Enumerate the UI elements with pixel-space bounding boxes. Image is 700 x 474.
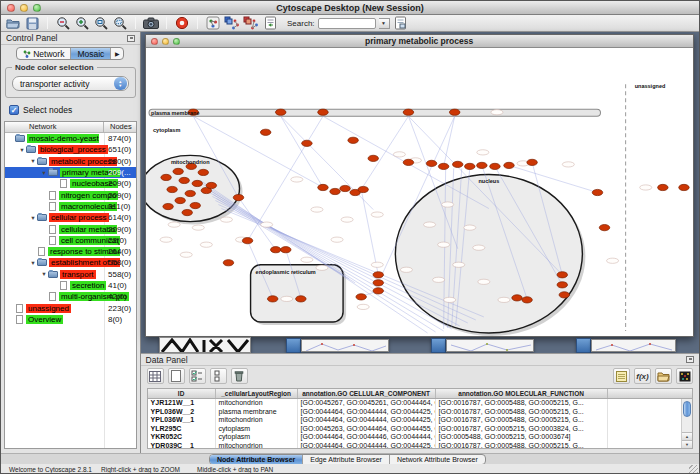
close-window-button[interactable] <box>7 4 15 12</box>
tree-row[interactable]: ▼primary metabo209(... <box>5 167 136 178</box>
background-window-fragment[interactable] <box>446 339 534 352</box>
protein-node <box>368 155 378 161</box>
table-row[interactable]: YKR052Ccytoplasm[GO:0044464, GO:0044446,… <box>148 433 692 442</box>
function-builder-icon[interactable]: f(x) <box>634 368 651 384</box>
node-label-bubble <box>357 304 369 309</box>
resize-grip[interactable] <box>689 465 698 474</box>
tree-row[interactable]: nitrogen compo209(0) <box>5 189 136 200</box>
annotation-icon[interactable] <box>262 16 278 31</box>
tree-row[interactable]: macromolecule311(0) <box>5 201 136 212</box>
save-icon[interactable] <box>24 16 40 31</box>
tree-row[interactable]: response to stimulu264(0) <box>5 246 136 257</box>
float-data-panel-icon[interactable] <box>686 356 694 363</box>
tree-row[interactable]: multi-organism pro42(0) <box>5 291 136 302</box>
attribute-matrix-icon[interactable] <box>676 368 693 384</box>
tree-row[interactable]: secretion41(0) <box>5 280 136 291</box>
tab-node-attribute-browser[interactable]: Node Attribute Browser <box>210 455 303 464</box>
zoom-out-icon[interactable] <box>55 16 71 31</box>
import-attributes-icon[interactable] <box>655 368 672 384</box>
delete-attribute-icon[interactable] <box>231 368 248 384</box>
tab-network[interactable]: Network <box>17 48 71 59</box>
tree-row[interactable]: ▼biological_process651(0) <box>5 144 136 155</box>
zoom-network-button[interactable] <box>173 38 180 45</box>
layout-nodes-icon[interactable] <box>224 16 240 31</box>
tree-row-node-count: 614(0) <box>108 213 131 222</box>
protein-node <box>275 109 285 115</box>
zoom-in-icon[interactable] <box>74 16 90 31</box>
tree-row-node-count: 651(0) <box>108 145 131 154</box>
table-row[interactable]: YLR295Ccytoplasm[GO:0045263, GO:0044464,… <box>148 425 692 434</box>
scroll-up-icon[interactable]: ▲ <box>682 432 692 440</box>
window-titlebar[interactable]: Cytoscape Desktop (New Session) <box>1 1 699 15</box>
background-window-fragment[interactable] <box>591 339 676 352</box>
tree-row[interactable]: ▼cellular process614(0) <box>5 212 136 223</box>
tree-row-node-count: 209(0) <box>108 225 131 234</box>
table-cell: YLR295C <box>148 425 216 434</box>
table-row[interactable]: YPL036W__1mitochondrion[GO:0044464, GO:0… <box>148 416 692 425</box>
tree-row[interactable]: nucleobase-209(0) <box>5 178 136 189</box>
select-all-attributes-icon[interactable] <box>189 368 206 384</box>
float-panel-icon[interactable] <box>127 35 135 42</box>
table-row[interactable]: YDR039C__1mitochondrion[GO:0044464, GO:0… <box>148 442 692 450</box>
search-dropdown-icon[interactable]: ▼ <box>379 18 390 29</box>
tree-row[interactable]: cell communicat22(0) <box>5 235 136 246</box>
background-window-fragment[interactable] <box>301 339 389 352</box>
minimize-network-button[interactable] <box>162 38 169 45</box>
zoom-window-button[interactable] <box>33 4 41 12</box>
close-network-button[interactable] <box>151 38 158 45</box>
tab-network-attribute-browser[interactable]: Network Attribute Browser <box>390 455 485 464</box>
background-window-fragment[interactable] <box>286 338 301 353</box>
protein-node <box>678 184 688 190</box>
minimize-window-button[interactable] <box>20 4 28 12</box>
tree-row[interactable]: unassigned223(0) <box>5 302 136 313</box>
protein-node <box>267 296 277 302</box>
zoom-selected-icon[interactable] <box>112 16 128 31</box>
layout-edges-icon[interactable] <box>243 16 259 31</box>
help-ring-icon[interactable] <box>174 16 190 31</box>
table-cell: [GO:0044464, GO:0044446, GO:0044444, G..… <box>298 433 436 442</box>
table-row[interactable]: YPL036W__2plasma membrane[GO:0044464, GO… <box>148 408 692 417</box>
protein-node <box>559 292 569 298</box>
notepad-icon[interactable] <box>613 368 630 384</box>
network-view-window[interactable]: primary metabolic process plasma membran… <box>145 34 694 337</box>
scrollbar-thumb[interactable] <box>683 401 691 417</box>
node-label-bubble <box>443 297 455 302</box>
select-nodes-checkbox[interactable]: ✓ <box>9 105 19 115</box>
zoom-fit-icon[interactable] <box>93 16 109 31</box>
tree-row-node-count: 209(0) <box>108 179 131 188</box>
data-panel: Data Panel f(x) ID <box>141 353 699 453</box>
node-color-dropdown[interactable]: transporter activity ▲▼ <box>12 76 129 91</box>
session-note-icon[interactable] <box>393 16 409 31</box>
tree-row[interactable]: ▼transport558(0) <box>5 269 136 280</box>
tab-mosaic[interactable]: Mosaic <box>71 48 111 59</box>
select-attributes-icon[interactable] <box>147 368 164 384</box>
unselect-attributes-icon[interactable] <box>210 368 227 384</box>
background-window-fragment[interactable] <box>159 337 251 353</box>
tab-edge-attribute-browser[interactable]: Edge Attribute Browser <box>303 455 390 464</box>
node-label-bubble <box>432 277 444 282</box>
search-input[interactable] <box>318 18 376 29</box>
tree-row[interactable]: Overview8(0) <box>5 314 136 325</box>
create-attribute-icon[interactable] <box>168 368 185 384</box>
protein-node <box>301 140 311 146</box>
network-leaf-icon <box>60 179 67 188</box>
table-row[interactable]: YJR121W__1mitochondrion[GO:0045267, GO:0… <box>148 399 692 408</box>
tree-row[interactable]: ▼establishment of lo558(0) <box>5 257 136 268</box>
tree-row[interactable]: mosaic-demo-yeast874(0) <box>5 133 136 144</box>
tab-overflow-arrow-icon[interactable]: ▶ <box>111 48 123 59</box>
table-scrollbar[interactable]: ▲ ▼ <box>681 399 692 448</box>
tree-row-node-count: 558(0) <box>108 270 131 279</box>
background-window-fragment[interactable] <box>576 338 591 353</box>
network-window-titlebar[interactable]: primary metabolic process <box>146 35 693 48</box>
protein-node <box>295 296 305 302</box>
scroll-down-icon[interactable]: ▼ <box>682 440 692 448</box>
snapshot-camera-icon[interactable] <box>143 16 159 31</box>
tree-row[interactable]: ▼metabolic process280(0) <box>5 156 136 167</box>
protein-node <box>317 109 327 115</box>
tree-header[interactable]: Network Nodes <box>5 122 136 133</box>
background-window-fragment[interactable] <box>431 338 446 353</box>
open-folder-icon[interactable] <box>5 16 21 31</box>
network-overview-icon[interactable] <box>205 16 221 31</box>
network-canvas[interactable]: plasma membranecytoplasmunassignedmitoch… <box>146 48 693 336</box>
tree-row[interactable]: cellular metabo209(0) <box>5 223 136 234</box>
